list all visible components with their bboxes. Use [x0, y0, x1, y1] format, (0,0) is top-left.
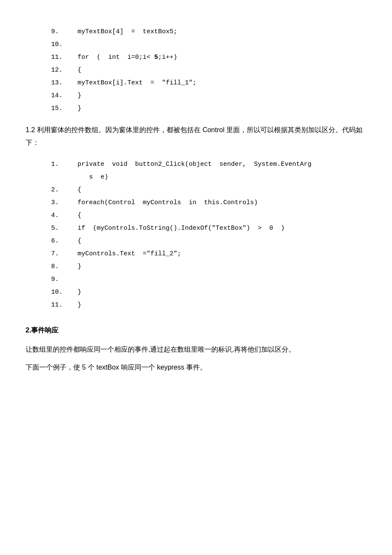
code-line-12: 12. {	[51, 64, 366, 77]
line-number: 14.	[51, 90, 66, 102]
line-number: 9.	[51, 273, 66, 286]
code-line-2: 2. {	[51, 184, 366, 197]
code-line-13: 13. myTextBox[i].Text = ″fill_1″;	[51, 77, 366, 90]
code-content: myControls.Text =″fill_2″;	[66, 248, 181, 260]
code-block-2: 1. private void button2_Click(object sen…	[51, 158, 366, 312]
line-number: 11.	[51, 51, 66, 64]
line-number: 9.	[51, 26, 66, 38]
code-line-15: 15. }	[51, 102, 366, 115]
code-line-11: 11. for ( int i=0;i< 5;i++)	[51, 51, 366, 64]
bold-5: 5	[154, 54, 158, 61]
code-content: }	[66, 286, 81, 299]
code-content: }	[66, 299, 81, 312]
code-line-8: 8. }	[51, 260, 366, 273]
code-content: private void button2_Click(object sender…	[66, 158, 311, 171]
line-number: 1.	[51, 158, 66, 171]
code-content: if (myControls.ToString().IndexOf(″TextB…	[66, 222, 285, 235]
section-2-paragraph-2: 下面一个例子，使 5 个 textBox 响应同一个 keypress 事件。	[26, 361, 366, 374]
line-number: 4.	[51, 209, 66, 222]
code-content: }	[66, 260, 81, 273]
code-content: {	[66, 184, 81, 197]
code-content: for ( int i=0;i< 5;i++)	[66, 51, 177, 64]
code-line-6: 6. {	[51, 235, 366, 248]
code-block-1: 9. myTextBox[4] = textBox5; 10. 11. for …	[51, 26, 366, 115]
line-number: 12.	[51, 64, 66, 77]
code-line-1: 1. private void button2_Click(object sen…	[51, 158, 366, 171]
line-number: 2.	[51, 184, 66, 197]
line-number: 5.	[51, 222, 66, 235]
code-content: }	[66, 90, 81, 102]
section-2-paragraph-1: 让数组里的控件都响应同一个相应的事件,通过起在数组里唯一的标识,再将他们加以区分…	[26, 343, 366, 356]
code-line-10: 10.	[51, 38, 366, 51]
code-line-11b: 11. }	[51, 299, 366, 312]
code-content: foreach(Control myControls in this.Contr…	[66, 197, 258, 209]
line-number: 3.	[51, 197, 66, 209]
code-line-1-cont: s e)	[51, 171, 366, 184]
code-content: }	[66, 102, 81, 115]
code-line-10b: 10. }	[51, 286, 366, 299]
code-line-9b: 9.	[51, 273, 366, 286]
code-content: s e)	[66, 171, 108, 184]
code-content: myTextBox[4] = textBox5;	[66, 26, 177, 38]
line-number: 13.	[51, 77, 66, 90]
code-line-9: 9. myTextBox[4] = textBox5;	[51, 26, 366, 38]
line-number: 8.	[51, 260, 66, 273]
code-line-14: 14. }	[51, 90, 366, 102]
line-number: 11.	[51, 299, 66, 312]
line-number: 10.	[51, 286, 66, 299]
line-number: 15.	[51, 102, 66, 115]
section-2-heading: 2.事件响应	[26, 324, 366, 337]
code-content: {	[66, 209, 81, 222]
line-number: 10.	[51, 38, 66, 51]
code-line-5: 5. if (myControls.ToString().IndexOf(″Te…	[51, 222, 366, 235]
code-line-4: 4. {	[51, 209, 366, 222]
code-content: myTextBox[i].Text = ″fill_1″;	[66, 77, 196, 90]
code-line-3: 3. foreach(Control myControls in this.Co…	[51, 197, 366, 209]
line-number: 6.	[51, 235, 66, 248]
code-content: {	[66, 235, 81, 248]
section-1-2-intro: 1.2 利用窗体的控件数组。因为窗体里的控件，都被包括在 Control 里面，…	[26, 124, 366, 150]
code-line-7: 7. myControls.Text =″fill_2″;	[51, 248, 366, 260]
code-content: {	[66, 64, 81, 77]
line-number: 7.	[51, 248, 66, 260]
